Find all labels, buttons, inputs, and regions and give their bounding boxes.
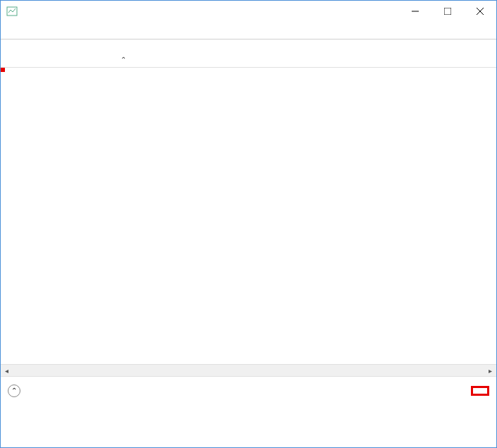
maximize-button[interactable] <box>431 1 464 22</box>
titlebar <box>1 1 496 22</box>
scroll-left-icon[interactable]: ◂ <box>1 365 13 377</box>
close-button[interactable] <box>464 1 496 22</box>
menubar <box>1 22 496 36</box>
sort-indicator-icon: ⌃ <box>121 56 126 63</box>
end-task-button[interactable] <box>471 386 489 396</box>
minimize-button[interactable] <box>399 1 431 22</box>
process-list[interactable] <box>1 68 496 364</box>
highlight-box <box>1 68 5 72</box>
horizontal-scrollbar[interactable]: ◂ ▸ <box>1 364 496 376</box>
scroll-right-icon[interactable]: ▸ <box>484 365 496 377</box>
taskmgr-icon <box>6 6 18 17</box>
fewer-details-icon[interactable]: ⌃ <box>8 385 20 397</box>
svg-rect-2 <box>444 8 451 15</box>
table-header: ⌃ <box>1 40 496 68</box>
footer: ⌃ <box>1 376 496 404</box>
